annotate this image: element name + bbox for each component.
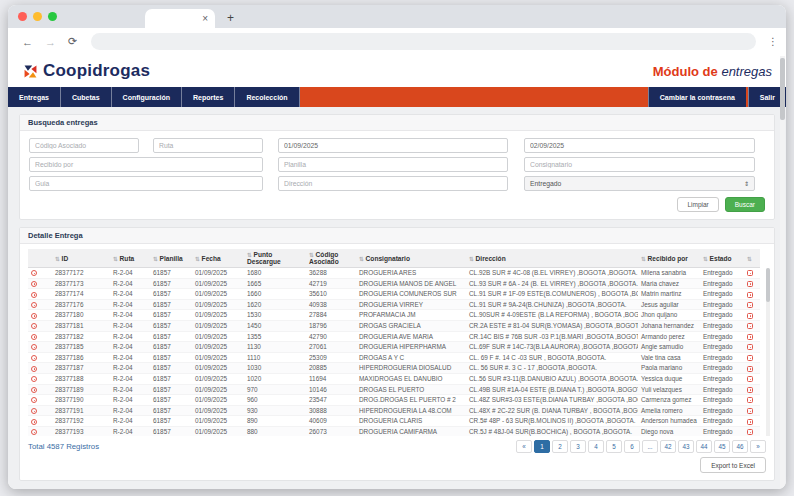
column-header-ruta[interactable]: ⇅Ruta [110, 249, 150, 268]
change-password-button[interactable]: Cambiar la contrasena [648, 87, 746, 107]
maximize-window-button[interactable] [48, 12, 57, 21]
table-cell: CL.91 SUR # 9A-24(B.CHUNIZA) ,BOGOTA ,BO… [466, 299, 638, 310]
row-detail-icon[interactable] [31, 302, 37, 308]
browser-tab[interactable]: × [145, 9, 215, 28]
limpiar-button[interactable]: Limpiar [677, 197, 718, 212]
column-header-direcci-n[interactable]: ⇅Dirección [466, 249, 638, 268]
pagination-page-5[interactable]: 5 [606, 440, 622, 453]
planilla-input[interactable] [278, 157, 508, 172]
column-header-recibido-por[interactable]: ⇅Recibido por [638, 249, 700, 268]
direccion-input[interactable] [278, 176, 508, 191]
sort-icon[interactable]: ⇅ [469, 256, 474, 262]
back-icon[interactable]: ← [22, 36, 33, 48]
forward-icon[interactable]: → [45, 36, 56, 48]
estado-select[interactable]: Entregado ⇕ [524, 176, 755, 191]
sort-icon[interactable]: ⇅ [703, 256, 708, 262]
row-detail-icon[interactable] [31, 313, 37, 319]
column-header-planilla[interactable]: ⇅Planilla [150, 249, 192, 268]
nav-tab-configuración[interactable]: Configuración [112, 87, 182, 107]
row-detail-icon[interactable] [31, 292, 37, 298]
minimize-window-button[interactable] [33, 12, 42, 21]
fecha-fin-input[interactable] [524, 138, 755, 153]
pagination-page-44[interactable]: 44 [696, 440, 712, 453]
row-detail-icon[interactable] [31, 419, 37, 425]
pagination-page-42[interactable]: 42 [660, 440, 676, 453]
pagination-next-button[interactable]: » [750, 440, 766, 453]
cancel-delivery-icon[interactable] [747, 366, 753, 372]
pagination-prev-button[interactable]: « [516, 440, 532, 453]
column-header-punto-descargue[interactable]: ⇅Punto Descargue [244, 249, 306, 268]
row-detail-icon[interactable] [31, 429, 37, 435]
close-window-button[interactable] [18, 12, 27, 21]
export-to-excel-button[interactable]: Export to Excel [700, 457, 766, 473]
row-detail-icon[interactable] [31, 397, 37, 403]
sort-icon[interactable]: ⇅ [195, 256, 200, 262]
page-scrollbar-thumb[interactable] [780, 58, 785, 120]
cancel-delivery-icon[interactable] [747, 344, 753, 350]
nav-tab-recolección[interactable]: Recolección [235, 87, 299, 107]
cancel-delivery-icon[interactable] [747, 313, 753, 319]
browser-menu-icon[interactable]: ⋮ [768, 36, 778, 47]
row-detail-icon[interactable] [31, 281, 37, 287]
row-detail-icon[interactable] [31, 323, 37, 329]
nav-tab-cubetas[interactable]: Cubetas [61, 87, 112, 107]
pagination-page-4[interactable]: 4 [588, 440, 604, 453]
row-detail-icon[interactable] [31, 344, 37, 350]
row-detail-icon[interactable] [31, 355, 37, 361]
nav-tab-entregas[interactable]: Entregas [8, 87, 61, 107]
consignatario-input[interactable] [524, 157, 755, 172]
pagination-page-3[interactable]: 3 [570, 440, 586, 453]
column-header-fecha[interactable]: ⇅Fecha [192, 249, 244, 268]
row-detail-icon[interactable] [31, 366, 37, 372]
pagination-page-6[interactable]: 6 [624, 440, 640, 453]
sort-icon[interactable]: ⇅ [359, 256, 364, 262]
column-header-id[interactable]: ⇅ID [52, 249, 110, 268]
column-header-estado[interactable]: ⇅Estado [700, 249, 744, 268]
cancel-delivery-icon[interactable] [747, 323, 753, 329]
recibido-por-input[interactable] [29, 157, 263, 172]
sort-icon[interactable]: ⇅ [55, 256, 60, 262]
table-row: 28377174R-2-046185701/09/2025166035610DR… [28, 289, 760, 300]
table-cell: CR.14C BIS # 76B SUR -03 P.1(B.MARI ,BOG… [466, 331, 638, 342]
column-header-c-digo-asociado[interactable]: ⇅Código Asociado [306, 249, 356, 268]
buscar-button[interactable]: Buscar [725, 197, 765, 212]
cancel-delivery-icon[interactable] [747, 376, 753, 382]
sort-icon[interactable]: ⇅ [747, 256, 752, 262]
status-icon-column-header[interactable]: ⇅ [744, 249, 760, 268]
pagination-page-1[interactable]: 1 [534, 440, 550, 453]
pagination-page-46[interactable]: 46 [732, 440, 748, 453]
sort-icon[interactable]: ⇅ [153, 256, 158, 262]
codigo-asociado-input[interactable] [29, 138, 139, 153]
reload-icon[interactable]: ⟳ [68, 35, 77, 48]
pagination-page-45[interactable]: 45 [714, 440, 730, 453]
cancel-delivery-icon[interactable] [747, 408, 753, 414]
close-tab-icon[interactable]: × [202, 14, 208, 24]
pagination-page-43[interactable]: 43 [678, 440, 694, 453]
cancel-delivery-icon[interactable] [747, 355, 753, 361]
cancel-delivery-icon[interactable] [747, 387, 753, 393]
cancel-delivery-icon[interactable] [747, 397, 753, 403]
row-detail-icon[interactable] [31, 334, 37, 340]
column-header-consignatario[interactable]: ⇅Consignatario [356, 249, 466, 268]
table-scrollbar-thumb[interactable] [766, 268, 770, 302]
cancel-delivery-icon[interactable] [747, 292, 753, 298]
guia-input[interactable] [29, 176, 263, 191]
cancel-delivery-icon[interactable] [747, 302, 753, 308]
sort-icon[interactable]: ⇅ [113, 256, 118, 262]
ruta-input[interactable] [153, 138, 263, 153]
cancel-delivery-icon[interactable] [747, 429, 753, 435]
cancel-delivery-icon[interactable] [747, 334, 753, 340]
row-detail-icon[interactable] [31, 270, 37, 276]
row-detail-icon[interactable] [31, 387, 37, 393]
cancel-delivery-icon[interactable] [747, 419, 753, 425]
pagination-page-2[interactable]: 2 [552, 440, 568, 453]
cancel-delivery-icon[interactable] [747, 281, 753, 287]
new-tab-button[interactable]: + [227, 11, 234, 28]
row-detail-icon[interactable] [31, 408, 37, 414]
nav-tab-reportes[interactable]: Reportes [182, 87, 235, 107]
row-detail-icon[interactable] [31, 376, 37, 382]
cancel-delivery-icon[interactable] [747, 270, 753, 276]
fecha-inicio-input[interactable] [278, 138, 508, 153]
sort-icon[interactable]: ⇅ [641, 256, 646, 262]
url-input[interactable] [91, 33, 756, 50]
